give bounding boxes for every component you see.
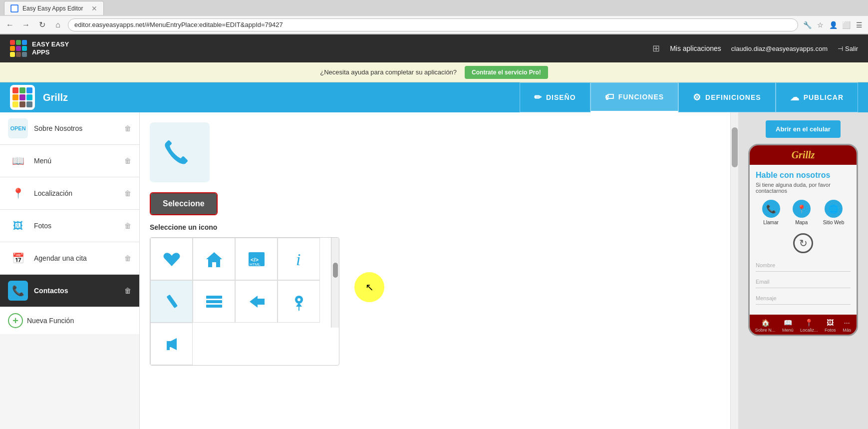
icon-cell-heart[interactable] xyxy=(150,238,193,280)
window-icon[interactable]: ⬜ xyxy=(841,20,851,30)
forward-btn[interactable]: → xyxy=(20,19,32,31)
salir-btn[interactable]: ⊣ Salir xyxy=(838,45,858,52)
icon-cell-pencil[interactable] xyxy=(150,280,193,323)
footer-item-localiz[interactable]: 📍 Localiz... xyxy=(800,319,818,333)
url-input[interactable]: editor.easyeasyapps.net/#MenuEntryPlace:… xyxy=(68,18,798,31)
svg-rect-7 xyxy=(206,296,222,299)
url-text: editor.easyeasyapps.net/#MenuEntryPlace:… xyxy=(74,21,283,28)
icon-cell-pin[interactable] xyxy=(278,280,320,323)
app-name: Grillz xyxy=(43,92,68,103)
logo-text: EASY EASY APPS xyxy=(32,40,69,56)
icon-cell-megaphone[interactable] xyxy=(150,323,193,365)
phone-contact-icons: 📞 Llamar 📍 Mapa 🌐 Sitio Web xyxy=(756,200,851,225)
footer-sobre-label: Sobre N... xyxy=(755,328,776,333)
icon-cell-arrow[interactable] xyxy=(235,280,278,323)
delete-sobre-btn[interactable]: 🗑 xyxy=(124,124,131,132)
open-phone-btn[interactable]: Abrir en el celular xyxy=(766,120,841,138)
sidebar-item-sobre-nosotros[interactable]: OPEN Sobre Nosotros 🗑 xyxy=(0,112,139,145)
icon-cell-info[interactable]: i xyxy=(278,238,320,280)
sidebar-icon-fotos: 🖼 xyxy=(8,216,28,236)
footer-fotos-icon: 🖼 xyxy=(827,319,834,327)
tab-close-btn[interactable]: ✕ xyxy=(91,4,97,12)
refresh-circle: ↻ xyxy=(793,233,813,253)
svg-text:i: i xyxy=(296,250,300,269)
sidebar-label-menu: Menú xyxy=(34,157,118,165)
menu-icon[interactable]: ☰ xyxy=(854,20,864,30)
phone-icon-svg xyxy=(162,135,197,170)
phone-field-nombre[interactable]: Nombre xyxy=(756,259,851,272)
icon-cell-home[interactable] xyxy=(193,238,235,280)
phone-mapa-label: Mapa xyxy=(795,220,808,225)
sidebar-label-agendar: Agendar una cita xyxy=(34,254,118,262)
sidebar-icon-menu: 📖 xyxy=(8,151,28,171)
phone-large-icon-container xyxy=(150,122,210,182)
home-btn[interactable]: ⌂ xyxy=(52,19,64,31)
main-scroll-thumb xyxy=(732,127,738,167)
delete-agendar-btn[interactable]: 🗑 xyxy=(124,254,131,262)
icon-cell-list[interactable] xyxy=(193,280,235,323)
icon-cell-html[interactable]: </>HTML xyxy=(235,238,278,280)
delete-menu-btn[interactable]: 🗑 xyxy=(124,157,131,165)
tab-publicar[interactable]: ☁ PUBLICAR xyxy=(776,82,858,112)
diseno-icon: ✏ xyxy=(534,92,542,103)
header-right: ⊞ Mis aplicaciones claudio.diaz@easyeasy… xyxy=(652,43,858,54)
content-area: Seleccione Seleccione un icono </>HTML i xyxy=(140,112,730,429)
phone-sitioweb-label: Sitio Web xyxy=(823,220,845,225)
footer-mas-icon: ··· xyxy=(844,319,850,327)
footer-item-menu[interactable]: 📖 Menú xyxy=(782,319,794,333)
new-func-btn[interactable]: + Nueva Función xyxy=(0,307,139,334)
phone-field-mensaje[interactable]: Mensaje xyxy=(756,292,851,305)
footer-item-fotos[interactable]: 🖼 Fotos xyxy=(825,319,836,333)
preview-area: Abrir en el celular Grillz Hable con nos… xyxy=(738,112,868,429)
tab-definiciones[interactable]: ⚙ DEFINICIONES xyxy=(678,82,776,112)
select-btn[interactable]: Seleccione xyxy=(151,193,217,214)
footer-item-mas[interactable]: ··· Más xyxy=(843,319,851,333)
extensions-icon[interactable]: 🔧 xyxy=(802,20,812,30)
select-icon-label: Seleccione un icono xyxy=(150,223,720,231)
footer-item-sobre[interactable]: 🏠 Sobre N... xyxy=(755,319,776,333)
phone-llamar-icon: 📞 xyxy=(762,200,780,218)
icon-grid-scrollbar[interactable] xyxy=(331,238,339,328)
phone-field-email[interactable]: Email xyxy=(756,276,851,288)
app-logo xyxy=(10,85,35,110)
delete-fotos-btn[interactable]: 🗑 xyxy=(124,222,131,230)
footer-menu-label: Menú xyxy=(782,328,794,333)
user-icon[interactable]: 👤 xyxy=(828,20,838,30)
phone-mapa-icon: 📍 xyxy=(793,200,811,218)
pro-cta-btn[interactable]: Contrate el servicio Pro! xyxy=(465,66,548,79)
bookmark-icon[interactable]: ☆ xyxy=(815,20,825,30)
delete-localizacion-btn[interactable]: 🗑 xyxy=(124,189,131,197)
footer-sobre-icon: 🏠 xyxy=(761,319,770,327)
sidebar-item-menu[interactable]: 📖 Menú 🗑 xyxy=(0,145,139,177)
delete-contactos-btn[interactable]: 🗑 xyxy=(124,287,131,295)
nav-tabs: ✏ DISEÑO 🏷 FUNCIONES ⚙ DEFINICIONES ☁ PU… xyxy=(520,82,858,112)
phone-footer: 🏠 Sobre N... 📖 Menú 📍 Localiz... 🖼 Fotos… xyxy=(750,315,857,335)
phone-header-red: Grillz xyxy=(750,145,857,165)
salir-icon: ⊣ xyxy=(838,45,843,52)
main-scrollbar[interactable] xyxy=(730,112,738,429)
select-btn-container: Seleccione xyxy=(150,192,218,215)
sidebar-item-fotos[interactable]: 🖼 Fotos 🗑 xyxy=(0,210,139,242)
phone-sitioweb-icon: 🌐 xyxy=(825,200,843,218)
browser-tab[interactable]: Easy Easy Apps Editor ✕ xyxy=(4,1,104,15)
sidebar-item-contactos[interactable]: 📞 Contactos 🗑 xyxy=(0,275,139,307)
phone-body: Hable con nosotros Si tiene alguna duda,… xyxy=(750,165,857,315)
sidebar-item-agendar[interactable]: 📅 Agendar una cita 🗑 xyxy=(0,242,139,275)
phone-llamar[interactable]: 📞 Llamar xyxy=(762,200,780,225)
svg-marker-10 xyxy=(250,296,265,308)
sidebar-item-localizacion[interactable]: 📍 Localización 🗑 xyxy=(0,177,139,210)
tab-funciones[interactable]: 🏷 FUNCIONES xyxy=(590,82,678,112)
icon-grid: </>HTML i xyxy=(150,238,339,365)
tab-favicon xyxy=(10,4,18,12)
tab-diseno[interactable]: ✏ DISEÑO xyxy=(520,82,590,112)
refresh-btn[interactable]: ↻ xyxy=(36,19,48,31)
funciones-icon: 🏷 xyxy=(605,92,614,102)
back-btn[interactable]: ← xyxy=(4,19,16,31)
phone-mapa[interactable]: 📍 Mapa xyxy=(793,200,811,225)
mis-apps-link[interactable]: Mis aplicaciones xyxy=(670,44,721,52)
phone-sitio-web[interactable]: 🌐 Sitio Web xyxy=(823,200,845,225)
phone-llamar-label: Llamar xyxy=(763,220,779,225)
apps-grid-icon[interactable]: ⊞ xyxy=(652,43,660,54)
tab-bar: Easy Easy Apps Editor ✕ xyxy=(0,0,868,16)
sidebar-icon-sobre: OPEN xyxy=(8,118,28,138)
